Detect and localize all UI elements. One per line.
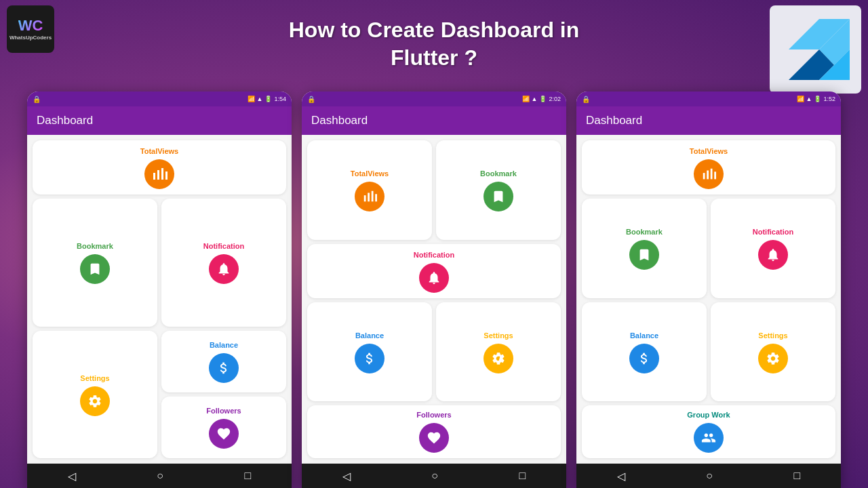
card-notification-3[interactable]: Notification — [711, 199, 835, 298]
logo-wc: WC — [18, 18, 43, 33]
card-title-notif-2: Notification — [414, 251, 455, 259]
card-icon-bal-3 — [629, 344, 659, 373]
phone-content-1: TotalViews Bookmark Notification — [27, 135, 292, 464]
card-group-work-3[interactable]: Group Work — [582, 405, 835, 458]
signal-icon-1: 📶 — [248, 96, 255, 102]
card-balance-2[interactable]: Balance — [307, 302, 432, 402]
card-followers-1[interactable]: Followers — [161, 396, 286, 458]
card-title-set-2: Settings — [484, 331, 513, 340]
nav-recent-1[interactable]: □ — [245, 470, 252, 482]
bottom-nav-2: ◁ ○ □ — [302, 464, 566, 488]
card-icon-tv-2 — [355, 182, 384, 211]
svg-rect-14 — [711, 169, 713, 180]
card-title-total-views-1: TotalViews — [140, 147, 178, 155]
battery-icon-2: 🔋 — [539, 96, 547, 102]
card-icon-set-2 — [484, 344, 513, 373]
row-bal-1: Settings Balance Followers — [33, 331, 286, 459]
card-title-balance-1: Balance — [210, 341, 238, 349]
svg-rect-9 — [368, 193, 370, 202]
card-bookmark-1[interactable]: Bookmark — [33, 199, 157, 327]
card-notification-1[interactable]: Notification — [161, 199, 286, 327]
phone-content-2: TotalViews Bookmark Notification — [302, 135, 566, 464]
time-3: 1:52 — [823, 96, 835, 102]
nav-home-3[interactable]: ○ — [706, 470, 713, 482]
card-total-views-3[interactable]: TotalViews — [582, 140, 835, 195]
card-icon-groupwork-3 — [694, 423, 724, 453]
svg-rect-6 — [161, 168, 163, 180]
status-bar-3: 🔒 📶 ▲ 🔋 1:52 — [576, 92, 841, 106]
svg-rect-5 — [157, 170, 159, 180]
status-left-1: 🔒 — [33, 96, 41, 103]
bottom-nav-3: ◁ ○ □ — [576, 464, 841, 488]
app-title-3: Dashboard — [586, 114, 642, 127]
status-left-2: 🔒 — [307, 96, 315, 103]
svg-rect-13 — [707, 171, 709, 180]
card-bookmark-3[interactable]: Bookmark — [582, 199, 707, 298]
title-line1: How to Create Dashboard in — [289, 18, 580, 43]
logo-box: WC WhatsUpCoders — [7, 5, 54, 53]
signal-icon-2: 📶 — [522, 96, 530, 102]
card-title-bm-2: Bookmark — [480, 169, 517, 178]
card-icon-tv-3 — [694, 159, 724, 189]
card-icon-bm-2 — [484, 182, 513, 211]
card-followers-2[interactable]: Followers — [307, 405, 561, 458]
card-icon-bal-2 — [355, 344, 384, 373]
card-title-bm-3: Bookmark — [626, 228, 663, 236]
row-bm-notif-1: Bookmark Notification — [33, 199, 286, 327]
card-icon-settings-1 — [80, 386, 110, 416]
time-1: 1:54 — [274, 96, 286, 102]
phone-content-3: TotalViews Bookmark Notification — [576, 135, 841, 464]
wifi-icon-2: ▲ — [532, 96, 538, 102]
card-title-bal-2: Balance — [355, 331, 384, 340]
phone-1: 🔒 📶 ▲ 🔋 1:54 Dashboard TotalViews — [27, 92, 292, 488]
card-title-notification-1: Notification — [203, 242, 245, 250]
svg-rect-8 — [364, 195, 366, 201]
card-title-tv-2: TotalViews — [351, 169, 389, 178]
card-balance-1[interactable]: Balance — [161, 331, 286, 392]
card-title-bookmark-1: Bookmark — [77, 242, 113, 250]
card-title-followers-2: Followers — [416, 411, 451, 419]
card-title-groupwork-3: Group Work — [687, 411, 730, 419]
page-title-block: How to Create Dashboard in Flutter ? — [289, 18, 580, 70]
card-icon-notification-1 — [209, 254, 239, 284]
card-settings-3[interactable]: Settings — [711, 302, 835, 402]
card-icon-followers-2 — [419, 423, 449, 453]
battery-icon-1: 🔋 — [264, 96, 272, 102]
app-bar-1: Dashboard — [27, 106, 292, 135]
row-bal-set-2: Balance Settings — [307, 302, 561, 402]
nav-home-1[interactable]: ○ — [157, 470, 163, 482]
nav-back-1[interactable]: ◁ — [68, 470, 76, 483]
nav-recent-2[interactable]: □ — [519, 470, 526, 482]
card-total-views-2[interactable]: TotalViews — [307, 140, 432, 240]
card-icon-notif-2 — [419, 263, 449, 293]
card-settings-2[interactable]: Settings — [436, 302, 561, 402]
title-line2: Flutter ? — [289, 45, 580, 70]
nav-home-2[interactable]: ○ — [431, 470, 438, 482]
card-title-followers-1: Followers — [206, 407, 241, 415]
nav-recent-3[interactable]: □ — [794, 470, 801, 482]
card-total-views-1[interactable]: TotalViews — [33, 140, 286, 195]
phones-container: 🔒 📶 ▲ 🔋 1:54 Dashboard TotalViews — [27, 92, 841, 488]
wifi-icon-3: ▲ — [806, 96, 812, 102]
card-title-settings-1: Settings — [80, 374, 109, 382]
top-bar: WC WhatsUpCoders How to Create Dashboard… — [0, 0, 868, 88]
card-title-bal-3: Balance — [630, 331, 658, 340]
svg-rect-12 — [703, 173, 705, 179]
card-balance-3[interactable]: Balance — [582, 302, 707, 402]
nav-back-2[interactable]: ◁ — [342, 470, 351, 483]
svg-rect-15 — [714, 171, 716, 179]
app-bar-3: Dashboard — [576, 106, 841, 135]
app-bar-2: Dashboard — [302, 106, 566, 135]
row-bal-set-3: Balance Settings — [582, 302, 835, 402]
card-icon-notif-3 — [758, 240, 788, 270]
bottom-nav-1: ◁ ○ □ — [27, 464, 292, 488]
nav-back-3[interactable]: ◁ — [617, 470, 625, 483]
card-icon-bookmark-1 — [80, 254, 110, 284]
status-left-3: 🔒 — [582, 96, 590, 103]
card-notification-2[interactable]: Notification — [307, 244, 561, 298]
lock-icon-3: 🔒 — [582, 96, 590, 103]
status-right-3: 📶 ▲ 🔋 1:52 — [797, 96, 835, 102]
svg-rect-10 — [372, 191, 374, 202]
card-bookmark-2[interactable]: Bookmark — [436, 140, 561, 240]
card-settings-1[interactable]: Settings — [33, 331, 157, 459]
